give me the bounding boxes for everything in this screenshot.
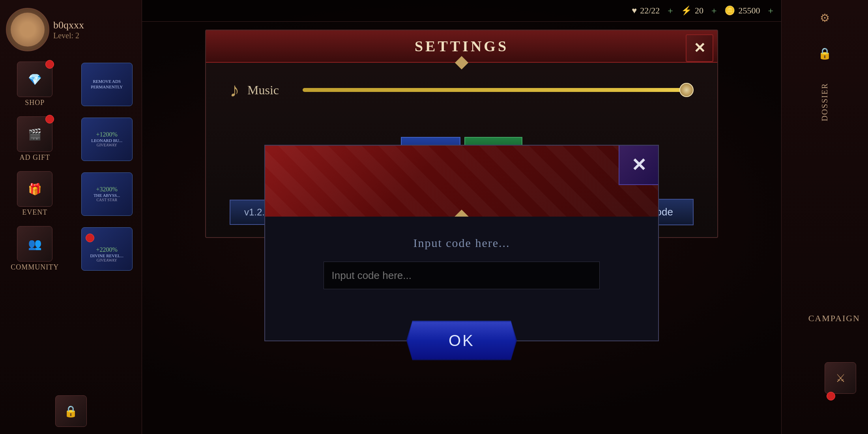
campaign-icon[interactable]: ⚔	[825, 362, 856, 394]
music-icon: ♪	[230, 79, 239, 101]
sidebar-item-promo1[interactable]: +1200% LEONARD BU... GIVEAWAY	[72, 113, 142, 165]
hp-stat: ♥ 22/22	[632, 6, 660, 16]
player-info: b0qxxx Level: 2	[53, 19, 84, 40]
community-label: COMMUNITY	[11, 263, 59, 271]
settings-header: SETTINGS ✕	[206, 30, 717, 63]
ad-gift-icon: 🎬	[17, 116, 52, 152]
lock-right-icon[interactable]: 🔒	[811, 39, 839, 67]
player-section: b0qxxx Level: 2	[0, 4, 142, 55]
energy-icon: ⚡	[681, 6, 692, 16]
shop-label: SHOP	[25, 99, 45, 107]
sidebar-lower-pair: 🎁 EVENT +3200% THE ABYSS... CAST STAR	[0, 168, 142, 220]
campaign-label[interactable]: CAMPAIGN	[808, 313, 860, 324]
music-slider-track[interactable]	[303, 88, 694, 92]
sidebar-item-promo3[interactable]: +2200% DIVINE REVEL... GIVEAWAY	[72, 223, 142, 275]
hp-icon: ♥	[632, 6, 637, 16]
energy-plus-button[interactable]: +	[711, 6, 717, 16]
settings-title: SETTINGS	[415, 38, 509, 54]
promo3-icon: +2200% DIVINE REVEL... GIVEAWAY	[81, 227, 133, 271]
promo1-icon: +1200% LEONARD BU... GIVEAWAY	[81, 118, 133, 161]
community-icon: 👥	[17, 226, 52, 262]
ad-gift-label: AD GIFT	[20, 153, 51, 162]
code-input-field[interactable]	[324, 262, 600, 289]
gold-plus-button[interactable]: +	[768, 6, 773, 16]
dossier-label[interactable]: DOSSIER	[820, 83, 829, 121]
hp-value: 22/22	[640, 6, 660, 16]
promo2-icon: +3200% THE ABYSS... CAST STAR	[81, 172, 133, 216]
settings-close-button[interactable]: ✕	[686, 34, 713, 62]
ok-button[interactable]: OK	[406, 321, 517, 360]
ad-gift-badge	[45, 115, 54, 123]
sidebar-item-community[interactable]: 👥 COMMUNITY	[0, 223, 70, 275]
gold-value: 25500	[738, 6, 760, 16]
code-modal-close-button[interactable]: ✕	[619, 146, 658, 185]
shop-icon: 💎	[17, 62, 52, 97]
avatar[interactable]	[6, 8, 49, 51]
sidebar-item-event[interactable]: 🎁 EVENT	[0, 168, 70, 220]
code-modal-close-icon: ✕	[631, 154, 647, 176]
player-name: b0qxxx	[53, 19, 84, 31]
campaign-badge	[827, 392, 835, 400]
remove-ads-icon: REMOVE ADSPERMANENTLY	[81, 63, 133, 106]
event-icon: 🎁	[17, 171, 52, 207]
sidebar-item-ad-gift[interactable]: 🎬 AD GIFT	[0, 113, 70, 165]
code-modal-header: ✕	[265, 146, 658, 217]
shop-badge	[45, 60, 54, 69]
event-label: EVENT	[22, 208, 47, 217]
gold-icon: 🪙	[724, 6, 735, 16]
settings-body: ♪ Music ✕	[206, 63, 717, 237]
sidebar-item-promo2[interactable]: +3200% THE ABYSS... CAST STAR	[72, 168, 142, 220]
energy-value: 20	[695, 6, 703, 16]
music-slider-container	[303, 86, 694, 94]
right-sidebar: ⚙ 🔒 DOSSIER CAMPAIGN ⚔	[781, 0, 868, 434]
sidebar-top-pair: 💎 SHOP REMOVE ADSPERMANENTLY	[0, 58, 142, 110]
ok-button-container: OK	[406, 321, 517, 360]
settings-close-icon: ✕	[694, 40, 705, 56]
hp-plus-button[interactable]: +	[668, 6, 673, 16]
sidebar-item-shop[interactable]: 💎 SHOP	[0, 58, 70, 110]
sidebar-item-remove-ads[interactable]: REMOVE ADSPERMANENTLY	[72, 58, 142, 110]
music-label: Music	[247, 83, 295, 97]
sidebar-item-lock[interactable]: 🔒	[0, 392, 142, 430]
music-slider-thumb[interactable]	[679, 83, 694, 97]
top-hud: ♥ 22/22 + ⚡ 20 + 🪙 25500 +	[142, 0, 781, 22]
sidebar-middle-pair: 🎬 AD GIFT +1200% LEONARD BU... GIVEAWAY	[0, 113, 142, 165]
gold-stat: 🪙 25500	[724, 6, 760, 16]
settings-modal: SETTINGS ✕ ♪ Music	[205, 30, 718, 238]
left-sidebar: b0qxxx Level: 2 💎 SHOP REMOVE ADSPERMANE…	[0, 0, 142, 434]
code-modal-diamond	[454, 210, 470, 217]
input-code-label: Input code here...	[413, 236, 510, 250]
sidebar-bottom-pair: 👥 COMMUNITY +2200% DIVINE REVEL... GIVEA…	[0, 223, 142, 275]
promo3-badge	[86, 234, 94, 242]
lock-icon: 🔒	[55, 395, 87, 427]
code-modal: ✕ Input code here... OK	[264, 145, 659, 341]
energy-stat: ⚡ 20	[681, 6, 703, 16]
settings-button[interactable]: ⚙	[811, 4, 839, 32]
ok-button-label: OK	[449, 332, 475, 350]
music-row: ♪ Music	[230, 79, 694, 101]
player-level: Level: 2	[53, 31, 84, 40]
modal-overlay: SETTINGS ✕ ♪ Music	[142, 22, 781, 434]
